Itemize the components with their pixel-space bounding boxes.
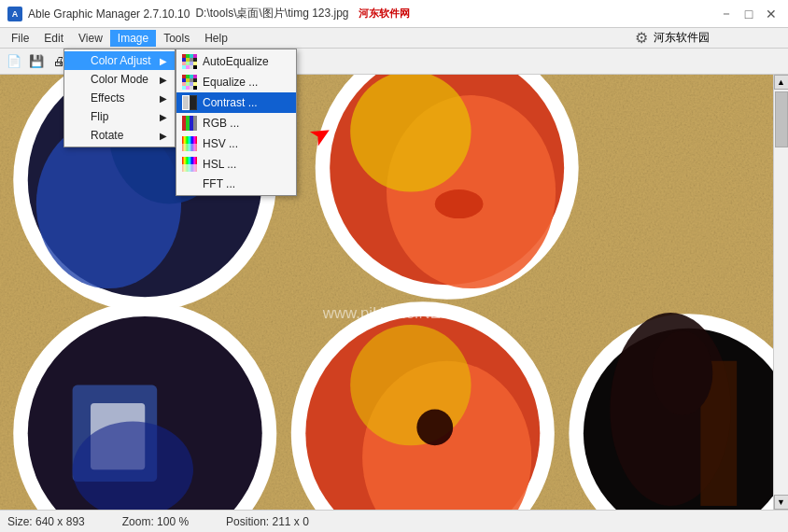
svg-rect-47: [190, 75, 193, 78]
svg-rect-63: [182, 116, 186, 131]
svg-rect-64: [186, 116, 190, 131]
svg-rect-41: [190, 65, 193, 69]
scroll-down-arrow[interactable]: ▼: [774, 495, 789, 510]
svg-rect-38: [193, 62, 197, 65]
color-adjust-arrow: ▶: [160, 56, 167, 66]
status-position: Position: 211 x 0: [226, 515, 309, 528]
rgb-icon: [182, 116, 197, 131]
svg-rect-65: [190, 116, 193, 131]
svg-rect-67: [182, 136, 197, 144]
svg-rect-55: [182, 86, 186, 90]
svg-rect-40: [186, 65, 190, 69]
scroll-up-arrow[interactable]: ▲: [774, 75, 789, 90]
brand-area: ⚙ 河东软件园: [635, 29, 784, 47]
menu-help[interactable]: Help: [197, 30, 235, 47]
menu-rgb[interactable]: RGB ...: [176, 113, 296, 133]
effects-arrow: ▶: [160, 93, 167, 104]
rgb-label: RGB ...: [203, 117, 239, 130]
svg-text:www.pjHome.NET: www.pjHome.NET: [322, 304, 450, 322]
svg-rect-33: [190, 58, 193, 62]
svg-rect-57: [190, 86, 193, 90]
menu-contrast[interactable]: Contrast ...: [176, 92, 296, 113]
svg-rect-31: [190, 54, 193, 58]
svg-rect-48: [193, 75, 197, 78]
svg-rect-66: [193, 116, 197, 131]
svg-rect-53: [190, 82, 193, 86]
app-icon: A: [7, 7, 22, 21]
svg-point-10: [435, 189, 484, 218]
svg-rect-39: [182, 65, 186, 69]
image-dropdown: Color Adjust ▶ Color Mode ▶ Effects ▶ Fl…: [63, 49, 176, 147]
save-button[interactable]: 💾: [26, 51, 47, 72]
close-button[interactable]: ✕: [762, 5, 781, 23]
svg-rect-50: [193, 78, 197, 82]
flip-label: Flip: [91, 110, 108, 123]
menu-equalize[interactable]: Equalize ...: [176, 72, 296, 92]
maximize-button[interactable]: □: [739, 5, 758, 23]
svg-rect-32: [193, 54, 197, 58]
equalize-icon: [182, 75, 197, 90]
rotate-label: Rotate: [91, 129, 123, 142]
menu-color-mode[interactable]: Color Mode ▶: [64, 70, 175, 89]
menu-fft[interactable]: FFT ...: [176, 175, 296, 193]
menu-flip[interactable]: Flip ▶: [64, 107, 175, 126]
svg-rect-45: [182, 78, 186, 82]
gear-icon: ⚙: [635, 29, 648, 47]
contrast-icon: [182, 95, 197, 110]
autoequalize-icon: [182, 54, 197, 69]
svg-rect-37: [190, 62, 193, 65]
title-bar: A Able Graphic Manager 2.7.10.10 D:\tool…: [0, 0, 788, 28]
fft-label: FFT ...: [203, 177, 235, 190]
color-mode-label: Color Mode: [91, 73, 148, 86]
contrast-label: Contrast ...: [203, 96, 258, 109]
status-bar: Size: 640 x 893 Zoom: 100 % Position: 21…: [0, 510, 788, 532]
svg-rect-35: [182, 62, 186, 65]
menu-file[interactable]: File: [4, 30, 36, 47]
svg-rect-69: [182, 157, 197, 164]
svg-rect-49: [190, 78, 193, 82]
scrollbar-vertical[interactable]: ▲ ▼: [773, 75, 788, 510]
dropdown-container: Color Adjust ▶ Color Mode ▶ Effects ▶ Fl…: [63, 49, 176, 147]
watermark-title: 河东软件网: [359, 7, 410, 21]
hsl-label: HSL ...: [203, 158, 236, 171]
menu-hsl[interactable]: HSL ...: [176, 154, 296, 175]
title-controls: － □ ✕: [717, 5, 781, 23]
color-adjust-submenu: AutoEqualize Equalize ...: [176, 49, 297, 196]
menu-view[interactable]: View: [71, 30, 110, 47]
svg-rect-34: [193, 58, 197, 62]
svg-rect-52: [186, 82, 190, 86]
svg-rect-36: [186, 62, 190, 65]
menu-rotate[interactable]: Rotate ▶: [64, 126, 175, 145]
menu-tools[interactable]: Tools: [156, 30, 197, 47]
color-mode-arrow: ▶: [160, 75, 167, 85]
svg-rect-44: [186, 75, 190, 78]
scroll-thumb[interactable]: [775, 91, 788, 147]
title-bar-left: A Able Graphic Manager 2.7.10.10 D:\tool…: [7, 6, 410, 21]
menu-effects[interactable]: Effects ▶: [64, 89, 175, 107]
svg-rect-56: [186, 86, 190, 90]
flip-arrow: ▶: [160, 112, 167, 122]
hsl-icon: [182, 157, 197, 172]
autoequalize-label: AutoEqualize: [203, 55, 269, 68]
minimize-button[interactable]: －: [717, 5, 736, 23]
svg-rect-28: [186, 54, 190, 58]
svg-rect-27: [182, 54, 186, 58]
menu-hsv[interactable]: HSV ...: [176, 133, 296, 154]
svg-point-25: [653, 330, 713, 415]
menu-autoequalize[interactable]: AutoEqualize: [176, 51, 296, 72]
menu-color-adjust[interactable]: Color Adjust ▶: [64, 51, 175, 70]
hsv-icon: [182, 136, 197, 151]
svg-rect-30: [186, 58, 190, 62]
status-size: Size: 640 x 893: [7, 515, 85, 528]
svg-rect-61: [183, 96, 189, 109]
svg-rect-42: [193, 65, 197, 69]
rotate-arrow: ▶: [160, 131, 167, 141]
svg-rect-46: [186, 78, 190, 82]
menu-edit[interactable]: Edit: [36, 30, 71, 47]
new-button[interactable]: 📄: [4, 51, 24, 72]
svg-rect-54: [193, 82, 197, 86]
menu-image[interactable]: Image: [110, 30, 156, 47]
title-text: Able Graphic Manager 2.7.10.10: [28, 7, 190, 21]
svg-point-20: [416, 409, 453, 445]
svg-rect-43: [182, 75, 186, 78]
